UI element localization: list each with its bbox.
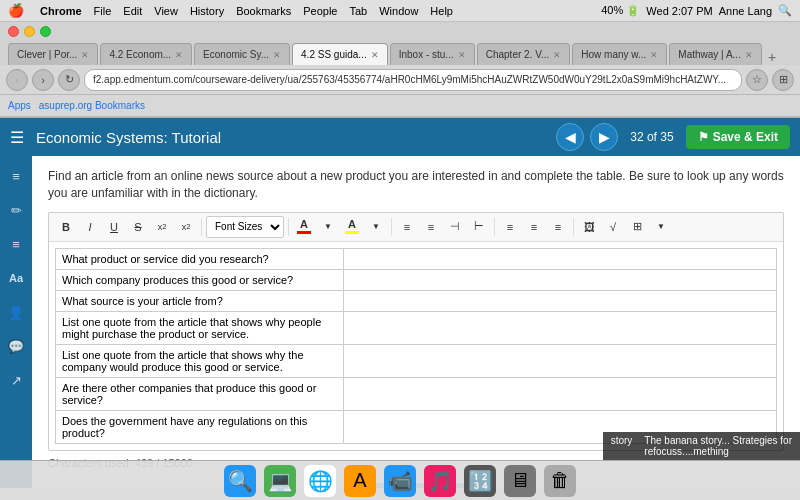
dock-chrome-icon[interactable]: 🌐	[304, 465, 336, 497]
answer-cell-4[interactable]	[344, 311, 777, 344]
menu-tab[interactable]: Tab	[349, 5, 367, 17]
spotlight-icon[interactable]: 🔍	[778, 4, 792, 17]
sidebar-share-icon[interactable]: ↗	[4, 368, 28, 392]
question-cell-2[interactable]: Which company produces this good or serv…	[56, 269, 344, 290]
close-tab-icon[interactable]: ✕	[175, 50, 183, 60]
table-dropdown-button[interactable]: ▼	[650, 216, 672, 238]
question-cell-1[interactable]: What product or service did you research…	[56, 248, 344, 269]
prev-page-button[interactable]: ◀	[556, 123, 584, 151]
sidebar-text-icon[interactable]: Aa	[4, 266, 28, 290]
menu-chrome[interactable]: Chrome	[40, 5, 82, 17]
question-cell-3[interactable]: What source is your article from?	[56, 290, 344, 311]
menu-window[interactable]: Window	[379, 5, 418, 17]
align-left-button[interactable]: ≡	[499, 216, 521, 238]
sidebar-edit-icon[interactable]: ✏	[4, 198, 28, 222]
apps-link[interactable]: Apps	[8, 100, 31, 111]
close-window-button[interactable]	[8, 26, 19, 37]
close-tab-icon[interactable]: ✕	[745, 50, 753, 60]
insert-image-button[interactable]: 🖼	[578, 216, 600, 238]
back-button[interactable]: ‹	[6, 69, 28, 91]
answer-cell-2[interactable]	[344, 269, 777, 290]
tab-mathway[interactable]: Mathway | A... ✕	[669, 43, 762, 65]
font-color-button[interactable]: A	[293, 216, 315, 238]
close-tab-icon[interactable]: ✕	[273, 50, 281, 60]
tab-42econ[interactable]: 4.2 Econom... ✕	[100, 43, 192, 65]
sidebar-menu-icon[interactable]: ≡	[4, 164, 28, 188]
answer-cell-3[interactable]	[344, 290, 777, 311]
question-cell-5[interactable]: List one quote from the article that sho…	[56, 344, 344, 377]
menu-file[interactable]: File	[94, 5, 112, 17]
menu-bookmarks[interactable]: Bookmarks	[236, 5, 291, 17]
menu-view[interactable]: View	[154, 5, 178, 17]
close-tab-icon[interactable]: ✕	[81, 50, 89, 60]
superscript-button[interactable]: x2	[175, 216, 197, 238]
dock-zoom-icon[interactable]: 📹	[384, 465, 416, 497]
down-arrow-font-color[interactable]: ▼	[317, 216, 339, 238]
menu-help[interactable]: Help	[430, 5, 453, 17]
close-tab-icon[interactable]: ✕	[371, 50, 379, 60]
font-size-select[interactable]: Font Sizes 8 10 12 14 16 18	[206, 216, 284, 238]
menu-history[interactable]: History	[190, 5, 224, 17]
strikethrough-button[interactable]: S	[127, 216, 149, 238]
apple-menu[interactable]: 🍎	[8, 3, 24, 18]
menu-people[interactable]: People	[303, 5, 337, 17]
question-cell-7[interactable]: Does the government have any regulations…	[56, 410, 344, 443]
subscript-button[interactable]: x2	[151, 216, 173, 238]
extensions-button[interactable]: ⊞	[772, 69, 794, 91]
question-cell-4[interactable]: List one quote from the article that sho…	[56, 311, 344, 344]
new-tab-button[interactable]: +	[764, 49, 780, 65]
rte-body[interactable]: What product or service did you research…	[49, 242, 783, 450]
sidebar-chat-icon[interactable]: 💬	[4, 334, 28, 358]
dock-music-icon[interactable]: 🎵	[424, 465, 456, 497]
menu-edit[interactable]: Edit	[123, 5, 142, 17]
dock-display-icon[interactable]: 🖥	[504, 465, 536, 497]
tab-42ss[interactable]: 4.2 SS guida... ✕	[292, 43, 388, 65]
next-page-button[interactable]: ▶	[590, 123, 618, 151]
close-tab-icon[interactable]: ✕	[650, 50, 658, 60]
tab-clever[interactable]: Clever | Por... ✕	[8, 43, 98, 65]
outdent-button[interactable]: ⊣	[444, 216, 466, 238]
forward-button[interactable]: ›	[32, 69, 54, 91]
address-bar[interactable]: f2.app.edmentum.com/courseware-delivery/…	[84, 69, 742, 91]
unordered-list-button[interactable]: ≡	[396, 216, 418, 238]
dock-finder-icon[interactable]: 🔍	[224, 465, 256, 497]
hamburger-menu-icon[interactable]: ☰	[10, 128, 24, 147]
tab-howmany[interactable]: How many w... ✕	[572, 43, 667, 65]
tab-econ-sys[interactable]: Economic Sy... ✕	[194, 43, 290, 65]
dock-calculator-icon[interactable]: 🔢	[464, 465, 496, 497]
insert-table-button[interactable]: ⊞	[626, 216, 648, 238]
dock-trash-icon[interactable]: 🗑	[544, 465, 576, 497]
toolbar-divider-3	[391, 218, 392, 236]
sidebar-user-icon[interactable]: 👤	[4, 300, 28, 324]
minimize-window-button[interactable]	[24, 26, 35, 37]
align-center-button[interactable]: ≡	[523, 216, 545, 238]
table-row: Are there other companies that produce t…	[56, 377, 777, 410]
down-arrow-highlight[interactable]: ▼	[365, 216, 387, 238]
ordered-list-button[interactable]: ≡	[420, 216, 442, 238]
tab-chapter2[interactable]: Chapter 2. V... ✕	[477, 43, 571, 65]
maximize-window-button[interactable]	[40, 26, 51, 37]
bold-button[interactable]: B	[55, 216, 77, 238]
close-tab-icon[interactable]: ✕	[553, 50, 561, 60]
save-exit-button[interactable]: ⚑ Save & Exit	[686, 125, 790, 149]
indent-button[interactable]: ⊢	[468, 216, 490, 238]
close-tab-icon[interactable]: ✕	[458, 50, 466, 60]
dock-computer-icon[interactable]: 💻	[264, 465, 296, 497]
sidebar-list-icon[interactable]: ≡	[4, 232, 28, 256]
answer-cell-5[interactable]	[344, 344, 777, 377]
insert-math-button[interactable]: √	[602, 216, 624, 238]
highlight-button[interactable]: A	[341, 216, 363, 238]
question-cell-6[interactable]: Are there other companies that produce t…	[56, 377, 344, 410]
answer-cell-1[interactable]	[344, 248, 777, 269]
bookmark-button[interactable]: ☆	[746, 69, 768, 91]
tab-inbox[interactable]: Inbox - stu... ✕	[390, 43, 475, 65]
instructions-text: Find an article from an online news sour…	[48, 168, 784, 202]
dock-dictionary-icon[interactable]: A	[344, 465, 376, 497]
underline-button[interactable]: U	[103, 216, 125, 238]
notification-bar: story The banana story... Strategies for…	[603, 432, 800, 460]
asuprep-bookmark[interactable]: asuprep.org Bookmarks	[39, 100, 145, 111]
italic-button[interactable]: I	[79, 216, 101, 238]
answer-cell-6[interactable]	[344, 377, 777, 410]
refresh-button[interactable]: ↻	[58, 69, 80, 91]
align-right-button[interactable]: ≡	[547, 216, 569, 238]
